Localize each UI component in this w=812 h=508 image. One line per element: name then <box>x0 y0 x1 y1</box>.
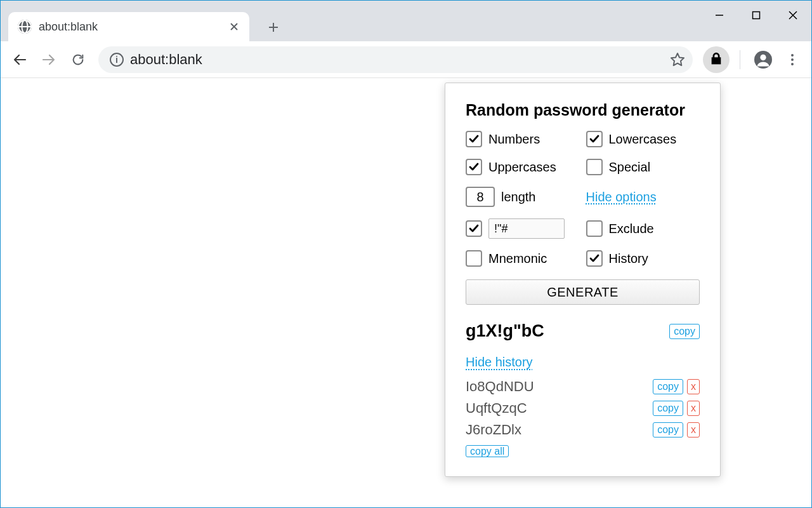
reload-button[interactable] <box>65 47 91 72</box>
toolbar-divider <box>740 50 740 69</box>
mnemonic-label: Mnemonic <box>488 251 547 266</box>
site-info-icon[interactable]: i <box>110 53 124 67</box>
history-delete-button[interactable]: x <box>687 379 700 394</box>
special-label: Special <box>609 160 651 175</box>
svg-point-6 <box>791 54 794 57</box>
globe-icon <box>17 19 32 34</box>
history-item: UqftQzqCcopyx <box>466 400 700 417</box>
numbers-checkbox[interactable] <box>466 131 482 147</box>
bookmark-star-icon[interactable] <box>670 51 686 68</box>
history-item: J6roZDlxcopyx <box>466 422 700 438</box>
profile-button[interactable] <box>750 47 776 72</box>
history-item: Io8QdNDUcopyx <box>466 378 700 395</box>
tab-title: about:blank <box>39 20 221 34</box>
svg-point-8 <box>791 63 794 65</box>
uppercases-checkbox[interactable] <box>466 159 482 175</box>
tab-strip: about:blank <box>1 1 811 41</box>
history-label: History <box>609 251 648 266</box>
toolbar: i about:blank <box>1 41 811 78</box>
history-delete-button[interactable]: x <box>687 401 700 416</box>
generate-button[interactable]: GENERATE <box>466 279 700 305</box>
lowercases-label: Lowercases <box>609 132 677 147</box>
history-copy-button[interactable]: copy <box>653 422 683 438</box>
window-controls <box>701 1 811 30</box>
copy-all-button[interactable]: copy all <box>466 445 509 457</box>
menu-button[interactable] <box>780 47 805 72</box>
maximize-button[interactable] <box>738 1 775 30</box>
special-checkbox[interactable] <box>586 159 603 175</box>
history-copy-button[interactable]: copy <box>653 401 683 416</box>
uppercases-label: Uppercases <box>488 160 556 175</box>
hide-history-link[interactable]: Hide history <box>466 355 533 369</box>
svg-point-7 <box>791 58 794 61</box>
length-label: length <box>501 190 536 204</box>
minimize-button[interactable] <box>701 1 738 30</box>
history-copy-button[interactable]: copy <box>653 379 683 394</box>
exclude-checkbox[interactable] <box>586 220 603 237</box>
inclusion-checkbox[interactable] <box>466 220 482 237</box>
svg-rect-3 <box>753 12 760 19</box>
extension-button[interactable] <box>703 46 730 73</box>
copy-button[interactable]: copy <box>669 324 700 339</box>
extension-popup: Random password generator Numbers Lowerc… <box>445 83 721 477</box>
generated-password: g1X!g"bC <box>466 321 544 341</box>
hide-options-link[interactable]: Hide options <box>586 190 657 204</box>
close-icon[interactable] <box>228 20 240 33</box>
length-input[interactable]: 8 <box>466 187 495 207</box>
address-bar[interactable]: i about:blank <box>98 46 693 73</box>
url-text: about:blank <box>130 51 664 68</box>
window-close-button[interactable] <box>775 1 811 30</box>
browser-tab[interactable]: about:blank <box>8 12 249 41</box>
forward-button[interactable] <box>36 47 62 72</box>
history-delete-button[interactable]: x <box>687 422 700 438</box>
new-tab-button[interactable] <box>261 15 286 40</box>
history-password: J6roZDlx <box>466 422 521 438</box>
back-button[interactable] <box>7 47 32 72</box>
mnemonic-checkbox[interactable] <box>466 250 482 267</box>
lowercases-checkbox[interactable] <box>586 131 603 147</box>
popup-title: Random password generator <box>466 101 700 119</box>
history-password: Io8QdNDU <box>466 378 534 395</box>
exclude-label: Exclude <box>609 222 654 236</box>
lock-icon <box>709 51 723 68</box>
history-checkbox[interactable] <box>586 250 603 267</box>
history-password: UqftQzqC <box>466 400 527 417</box>
svg-point-5 <box>760 54 766 60</box>
inclusion-input[interactable]: !"# <box>488 218 565 239</box>
numbers-label: Numbers <box>488 132 540 147</box>
